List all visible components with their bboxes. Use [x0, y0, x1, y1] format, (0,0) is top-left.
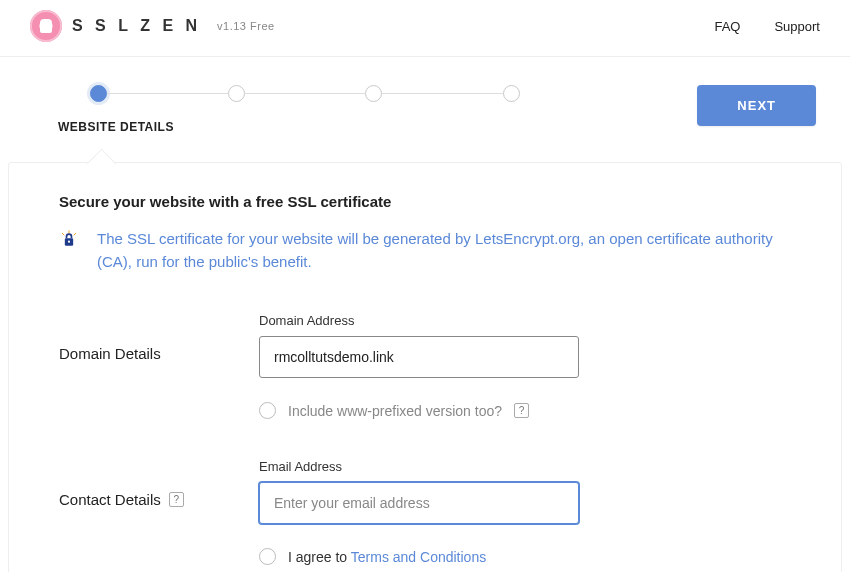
- top-nav: FAQ Support: [714, 19, 820, 34]
- svg-line-2: [74, 233, 76, 235]
- step-connector: [245, 93, 366, 94]
- step-connector: [382, 93, 503, 94]
- progress-area: WEBSITE DETAILS NEXT: [0, 57, 850, 144]
- terms-prefix: I agree to: [288, 549, 351, 565]
- nav-support-link[interactable]: Support: [774, 19, 820, 34]
- form-grid: Domain Details Domain Address Include ww…: [59, 313, 791, 565]
- contact-section-label-text: Contact Details: [59, 491, 161, 508]
- next-button[interactable]: NEXT: [697, 85, 816, 126]
- lock-shine-icon: [59, 230, 79, 250]
- terms-label: I agree to Terms and Conditions: [288, 549, 486, 565]
- email-input[interactable]: [259, 482, 579, 524]
- www-checkbox-row: Include www-prefixed version too? ?: [259, 402, 791, 419]
- step-2[interactable]: [228, 85, 245, 102]
- brand-version: v1.13 Free: [217, 20, 275, 32]
- step-4[interactable]: [503, 85, 520, 102]
- www-checkbox-label: Include www-prefixed version too?: [288, 403, 502, 419]
- step-1-label: WEBSITE DETAILS: [58, 120, 800, 134]
- step-3[interactable]: [365, 85, 382, 102]
- www-checkbox[interactable]: [259, 402, 276, 419]
- brand: S S L Z E N v1.13 Free: [30, 10, 275, 42]
- step-connector: [107, 93, 228, 94]
- steps-row: [90, 85, 520, 102]
- svg-point-4: [68, 241, 70, 243]
- terms-checkbox-row: I agree to Terms and Conditions: [259, 548, 791, 565]
- help-icon[interactable]: ?: [169, 492, 184, 507]
- nav-faq-link[interactable]: FAQ: [714, 19, 740, 34]
- contact-field-block: Email Address I agree to Terms and Condi…: [259, 459, 791, 565]
- terms-checkbox[interactable]: [259, 548, 276, 565]
- brand-text: S S L Z E N: [72, 17, 201, 35]
- contact-section-label: Contact Details ?: [59, 459, 259, 508]
- domain-section-label: Domain Details: [59, 313, 259, 362]
- intro-row: The SSL certificate for your website wil…: [59, 228, 791, 273]
- terms-link[interactable]: Terms and Conditions: [351, 549, 486, 565]
- panel-title: Secure your website with a free SSL cert…: [59, 193, 791, 210]
- help-icon[interactable]: ?: [514, 403, 529, 418]
- email-field-label: Email Address: [259, 459, 791, 474]
- svg-line-1: [62, 233, 64, 235]
- topbar: S S L Z E N v1.13 Free FAQ Support: [0, 0, 850, 57]
- domain-field-label: Domain Address: [259, 313, 791, 328]
- domain-field-block: Domain Address Include www-prefixed vers…: [259, 313, 791, 419]
- wizard-panel: Secure your website with a free SSL cert…: [8, 162, 842, 572]
- domain-input[interactable]: [259, 336, 579, 378]
- domain-section-label-text: Domain Details: [59, 345, 161, 362]
- intro-text: The SSL certificate for your website wil…: [97, 228, 791, 273]
- logo-icon: [30, 10, 62, 42]
- step-1[interactable]: [90, 85, 107, 102]
